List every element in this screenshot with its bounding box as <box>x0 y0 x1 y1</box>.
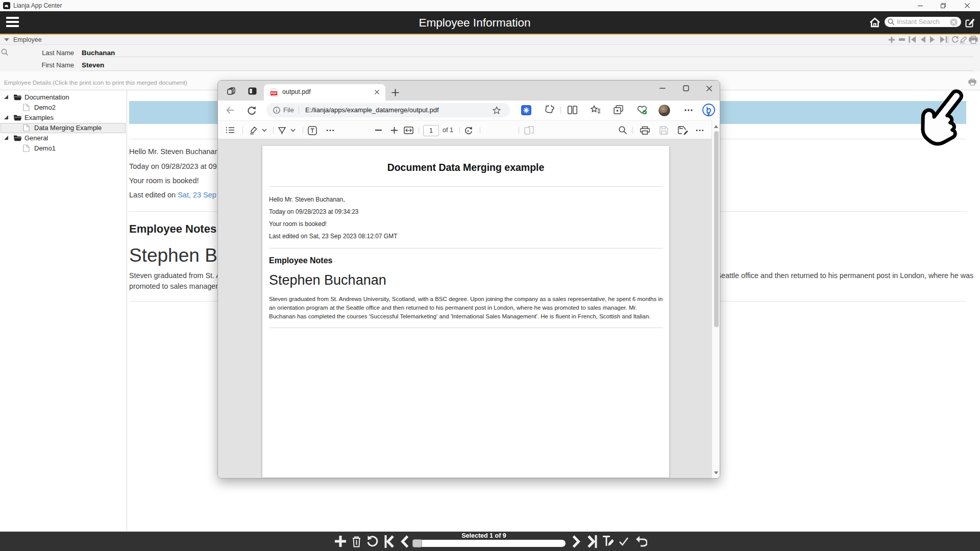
app-logo-icon <box>3 2 10 9</box>
first-record-icon[interactable] <box>909 36 916 43</box>
last-icon[interactable] <box>587 535 597 548</box>
filter-edit-icon[interactable] <box>602 535 614 547</box>
delete-icon[interactable] <box>351 535 362 547</box>
tab-actions-icon[interactable] <box>248 87 257 95</box>
scroll-up-icon[interactable] <box>714 125 718 128</box>
first-name-field[interactable]: Steven <box>82 61 104 69</box>
fit-width-icon[interactable] <box>404 127 413 134</box>
highlighter-icon[interactable] <box>249 126 258 135</box>
new-tab-icon[interactable] <box>391 89 399 96</box>
pdf-line-room: Your room is booked! <box>269 220 327 228</box>
tab-close-icon[interactable] <box>374 89 380 95</box>
clear-search-icon[interactable] <box>950 18 958 26</box>
tree-item-examples[interactable]: Examples <box>24 113 54 123</box>
zoom-out-icon[interactable] <box>375 130 382 131</box>
back-icon[interactable] <box>225 105 235 115</box>
pdf-notes-heading: Employee Notes <box>269 256 332 265</box>
toc-icon[interactable] <box>226 127 235 134</box>
search-box[interactable]: Instant Search <box>885 17 961 27</box>
expand-icon[interactable] <box>4 115 8 119</box>
confirm-icon[interactable] <box>619 535 629 547</box>
browser-close-icon[interactable] <box>706 85 713 92</box>
bing-chat-icon[interactable] <box>702 104 716 117</box>
record-slider[interactable] <box>413 540 566 547</box>
menu-icon[interactable] <box>6 17 19 28</box>
slider-thumb[interactable] <box>412 539 422 547</box>
workspaces-icon[interactable] <box>227 87 237 95</box>
address-pill[interactable]: File E:/lianja/apps/example_datamerge/ou… <box>266 103 510 117</box>
previous-icon[interactable] <box>400 535 409 548</box>
browser-addressbar: File E:/lianja/apps/example_datamerge/ou… <box>218 101 720 120</box>
minimize-button[interactable] <box>917 3 923 9</box>
pdf-more-icon[interactable] <box>326 129 334 132</box>
pdf-search-icon[interactable] <box>619 126 627 135</box>
browser-minimize-icon[interactable] <box>659 85 666 91</box>
maximize-button[interactable] <box>940 3 946 9</box>
extension-icon[interactable] <box>521 105 531 115</box>
eraser-icon[interactable] <box>278 126 286 135</box>
browser-menu-icon[interactable] <box>684 109 693 112</box>
field-underline <box>80 70 974 71</box>
last-record-icon[interactable] <box>940 36 947 43</box>
text-select-icon[interactable] <box>308 126 317 135</box>
add-icon[interactable] <box>334 535 347 547</box>
scroll-down-icon[interactable] <box>714 471 718 474</box>
pdf-print-icon[interactable] <box>640 126 650 135</box>
file-icon <box>23 144 30 152</box>
add-record-icon[interactable] <box>888 36 895 43</box>
pdf-title: Document Data Merging example <box>262 162 669 173</box>
print-record-icon[interactable] <box>969 36 978 44</box>
last-name-field[interactable]: Buchanan <box>82 49 115 57</box>
expand-icon[interactable] <box>4 95 8 99</box>
refresh-icon[interactable] <box>950 36 959 44</box>
browser-tab[interactable]: PDF output.pdf <box>264 84 385 101</box>
profile-avatar[interactable] <box>658 105 670 116</box>
rotate-icon[interactable] <box>463 126 473 135</box>
pdf-save-as-icon[interactable] <box>678 126 688 135</box>
favorites-icon[interactable] <box>591 105 601 115</box>
app-actions-icon[interactable] <box>965 17 975 28</box>
search-input[interactable]: Instant Search <box>897 17 940 27</box>
undo-icon[interactable] <box>635 535 647 547</box>
chevron-down-icon[interactable] <box>262 129 267 132</box>
chevron-down-icon[interactable] <box>290 129 296 132</box>
copilot-icon[interactable] <box>545 105 554 115</box>
close-button[interactable] <box>964 3 970 9</box>
info-icon[interactable] <box>273 107 280 114</box>
expand-icon[interactable] <box>4 136 8 140</box>
pdf-notes-name: Stephen Buchanan <box>269 272 386 288</box>
browser-maximize-icon[interactable] <box>683 85 689 91</box>
browser-window: PDF output.pdf File E:/lianja/apps/examp… <box>217 80 720 479</box>
pdf-rule <box>269 328 663 328</box>
scrollbar-thumb[interactable] <box>714 131 719 327</box>
collections-icon[interactable] <box>614 105 623 115</box>
home-icon[interactable] <box>869 17 880 28</box>
zoom-in-icon[interactable] <box>391 127 398 134</box>
pdf-toolbar-more-icon[interactable] <box>696 129 704 132</box>
next-record-icon[interactable] <box>929 36 936 43</box>
page-number-input[interactable]: 1 <box>423 125 439 136</box>
pdf-viewport: Document Data Merging example Hello Mr. … <box>218 139 720 479</box>
prev-record-icon[interactable] <box>919 36 926 43</box>
collapse-icon[interactable] <box>4 38 9 41</box>
memo-edit-icon[interactable] <box>960 36 968 43</box>
pdf-separator <box>632 127 633 134</box>
next-icon[interactable] <box>572 535 581 548</box>
url-text[interactable]: E:/lianja/apps/example_datamerge/output.… <box>305 103 439 117</box>
pdf-separator <box>242 127 243 134</box>
browser-essentials-icon[interactable] <box>637 105 647 115</box>
reload-icon[interactable] <box>367 535 379 547</box>
favorite-star-icon[interactable] <box>493 106 501 114</box>
delete-record-icon[interactable] <box>899 38 905 41</box>
tree-item-data-merging-example[interactable]: Data Merging Example <box>34 123 102 133</box>
file-icon <box>23 124 30 132</box>
split-screen-icon[interactable] <box>568 105 577 115</box>
page-refresh-icon[interactable] <box>246 105 256 115</box>
employee-section-bar[interactable]: Employee <box>0 35 980 45</box>
tree-item-documentation[interactable]: Documentation <box>24 92 69 103</box>
tree-item-demo1[interactable]: Demo1 <box>34 143 56 154</box>
pdf-scrollbar[interactable] <box>712 120 720 479</box>
tree-item-general[interactable]: General <box>24 133 48 143</box>
first-icon[interactable] <box>384 535 394 548</box>
tree-item-demo2[interactable]: Demo2 <box>34 103 56 113</box>
